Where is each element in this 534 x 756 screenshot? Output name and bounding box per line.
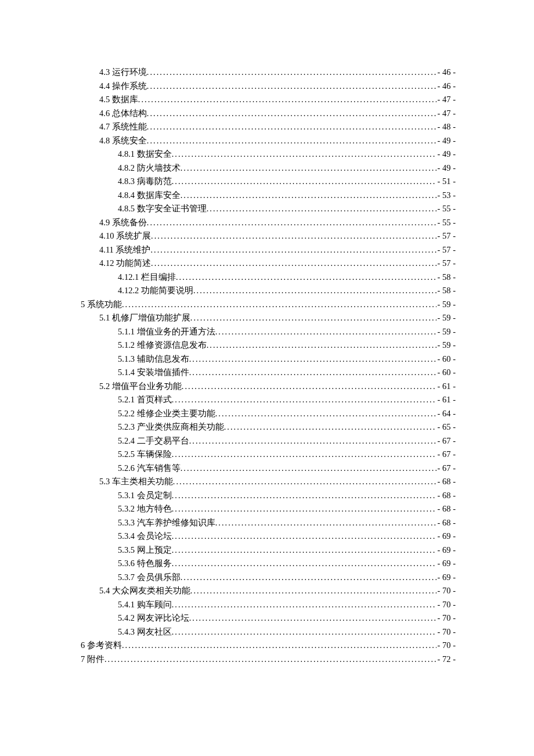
toc-row: 5.1.2 维修资源信息发布- 59 -: [81, 339, 456, 352]
toc-page-number: - 72 -: [436, 653, 456, 667]
toc-row: 4.8.1 数据安全- 49 -: [81, 147, 456, 161]
toc-label: 4.12.2 功能简要说明: [118, 284, 193, 298]
toc-label: 4.8.4 数据库安全: [118, 189, 181, 203]
toc-label: 4.5 数据库: [99, 93, 138, 107]
toc-page-number: - 64 -: [436, 407, 456, 421]
toc-leader-dots: [181, 462, 436, 476]
toc-leader-dots: [189, 366, 436, 380]
toc-leader-dots: [147, 80, 436, 93]
toc-row: 4.11 系统维护- 57 -: [81, 243, 456, 257]
toc-row: 4.12.1 栏目编排- 58 -: [81, 271, 456, 285]
toc-label: 4.12.1 栏目编排: [118, 271, 176, 285]
toc-leader-dots: [215, 516, 436, 530]
toc-label: 5.2.6 汽车销售等: [118, 462, 181, 476]
toc-page-number: - 57 -: [436, 257, 456, 271]
toc-page-number: - 58 -: [436, 271, 456, 285]
toc-leader-dots: [189, 434, 436, 448]
toc-label: 6 参考资料: [81, 639, 122, 653]
toc-page-number: - 59 -: [436, 325, 456, 339]
toc-label: 4.6 总体结构: [99, 107, 147, 121]
toc-label: 5.2.1 首页样式: [118, 393, 172, 407]
toc-label: 5.3.1 会员定制: [118, 489, 172, 503]
toc-label: 5.3.2 地方特色: [118, 502, 172, 516]
toc-label: 5.4.1 购车顾问: [118, 598, 172, 612]
toc-leader-dots: [151, 257, 436, 271]
toc-list: 4.3 运行环境- 46 -4.4 操作系统- 46 -4.5 数据库- 47 …: [81, 66, 456, 666]
toc-page-number: - 59 -: [436, 339, 456, 352]
toc-row: 7 附件- 72 -: [81, 653, 456, 667]
toc-leader-dots: [172, 625, 436, 639]
toc-row: 5 系统功能- 59 -: [81, 298, 456, 312]
toc-row: 4.9 系统备份- 55 -: [81, 216, 456, 230]
toc-leader-dots: [172, 175, 436, 189]
toc-page-number: - 68 -: [436, 475, 456, 489]
toc-leader-dots: [215, 407, 436, 421]
toc-leader-dots: [147, 107, 436, 121]
toc-page-number: - 70 -: [436, 611, 456, 625]
toc-row: 5.2 增值平台业务功能- 61 -: [81, 380, 456, 394]
toc-leader-dots: [172, 393, 436, 407]
toc-label: 5.3.3 汽车养护维修知识库: [118, 516, 215, 530]
toc-leader-dots: [172, 502, 436, 516]
toc-row: 4.8 系统安全- 49 -: [81, 134, 456, 148]
toc-row: 4.5 数据库- 47 -: [81, 93, 456, 107]
toc-page-number: - 51 -: [436, 175, 456, 189]
toc-label: 5.2 增值平台业务功能: [99, 380, 182, 394]
toc-label: 5.4.2 网友评比论坛: [118, 611, 189, 625]
toc-row: 4.8.3 病毒防范- 51 -: [81, 175, 456, 189]
toc-label: 4.8.3 病毒防范: [118, 175, 172, 189]
toc-leader-dots: [147, 120, 436, 134]
toc-page-number: - 49 -: [436, 161, 456, 175]
toc-page-number: - 57 -: [436, 243, 456, 257]
toc-row: 5.3 车主类相关功能- 68 -: [81, 475, 456, 489]
toc-label: 5.1.4 安装增值插件: [118, 366, 189, 380]
toc-row: 5.1.3 辅助信息发布- 60 -: [81, 352, 456, 366]
toc-label: 4.11 系统维护: [99, 243, 150, 257]
toc-leader-dots: [122, 639, 436, 653]
toc-leader-dots: [189, 352, 436, 366]
toc-label: 5.1.1 增值业务的开通方法: [118, 325, 215, 339]
toc-leader-dots: [182, 380, 436, 394]
toc-leader-dots: [172, 557, 436, 571]
toc-leader-dots: [173, 475, 436, 489]
toc-leader-dots: [172, 543, 436, 557]
toc-label: 4.8 系统安全: [99, 134, 147, 148]
toc-row: 4.8.4 数据库安全- 53 -: [81, 189, 456, 203]
toc-row: 5.2.4 二手交易平台- 67 -: [81, 434, 456, 448]
toc-row: 5.1.1 增值业务的开通方法- 59 -: [81, 325, 456, 339]
toc-label: 5.3 车主类相关功能: [99, 475, 173, 489]
toc-label: 4.7 系统性能: [99, 120, 147, 134]
toc-row: 5.2.6 汽车销售等- 67 -: [81, 462, 456, 476]
toc-label: 5.3.6 特色服务: [118, 557, 172, 571]
toc-leader-dots: [190, 584, 436, 598]
toc-page-number: - 61 -: [436, 393, 456, 407]
toc-leader-dots: [104, 653, 436, 667]
toc-row: 5.1.4 安装增值插件- 60 -: [81, 366, 456, 380]
toc-page-number: - 70 -: [436, 598, 456, 612]
toc-row: 5.1 机修厂增值功能扩展- 59 -: [81, 311, 456, 325]
toc-label: 4.8.5 数字安全证书管理: [118, 202, 207, 216]
toc-leader-dots: [122, 298, 436, 312]
toc-row: 4.6 总体结构- 47 -: [81, 107, 456, 121]
toc-label: 5.3.5 网上预定: [118, 543, 172, 557]
toc-label: 5.4.3 网友社区: [118, 625, 172, 639]
toc-label: 5.1 机修厂增值功能扩展: [99, 311, 190, 325]
toc-row: 4.8.2 防火墙技术- 49 -: [81, 161, 456, 175]
toc-leader-dots: [151, 229, 436, 243]
toc-leader-dots: [172, 530, 436, 543]
toc-page-number: - 47 -: [436, 107, 456, 121]
toc-label: 5.2.3 产业类供应商相关功能: [118, 420, 224, 434]
toc-leader-dots: [207, 202, 436, 216]
toc-leader-dots: [176, 271, 436, 285]
toc-page-number: - 67 -: [436, 462, 456, 476]
toc-page-number: - 59 -: [436, 311, 456, 325]
toc-label: 5.1.3 辅助信息发布: [118, 352, 189, 366]
toc-leader-dots: [193, 284, 436, 298]
toc-page-number: - 59 -: [436, 298, 456, 312]
toc-leader-dots: [215, 325, 436, 339]
toc-row: 5.2.1 首页样式- 61 -: [81, 393, 456, 407]
toc-page: 4.3 运行环境- 46 -4.4 操作系统- 46 -4.5 数据库- 47 …: [0, 0, 534, 756]
toc-page-number: - 46 -: [436, 66, 456, 80]
toc-page-number: - 68 -: [436, 502, 456, 516]
toc-page-number: - 65 -: [436, 420, 456, 434]
